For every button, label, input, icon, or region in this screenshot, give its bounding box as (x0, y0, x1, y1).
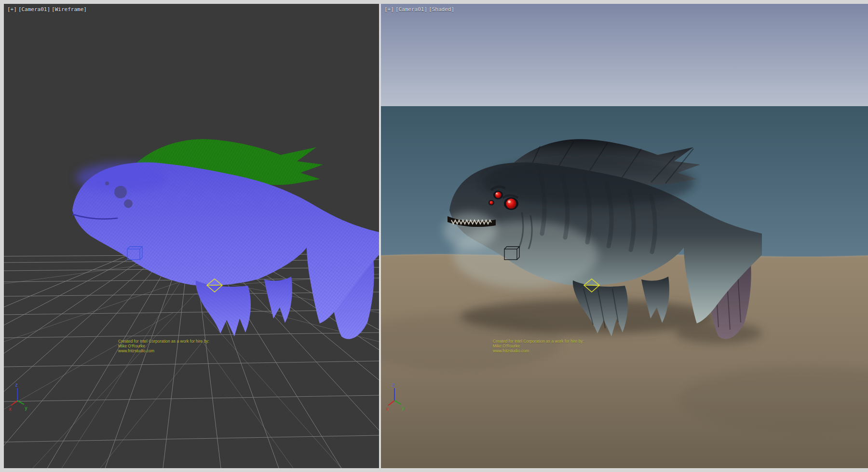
credit-line-3: www.fritzstudio.com (118, 348, 209, 353)
credit-line-2: Mike O'Rourke (118, 344, 209, 348)
viewport-menu-shading[interactable]: [Wireframe] (52, 6, 87, 13)
eye-spot (124, 199, 133, 208)
viewport-menu-plus[interactable]: [+] (7, 6, 17, 13)
viewport-label-left: [+] [Camera01] [Wireframe] (7, 6, 87, 13)
sky (381, 4, 868, 107)
viewport-menu-shading[interactable]: [Shaded] (429, 6, 454, 13)
viewport-wireframe[interactable]: [+] [Camera01] [Wireframe] (4, 4, 379, 468)
viewport-menu-plus[interactable]: [+] (384, 6, 394, 13)
world-axis-gizmo: z x y (9, 381, 30, 412)
viewport-menu-camera[interactable]: [Camera01] (18, 6, 50, 13)
fish-model-wireframe[interactable] (72, 139, 379, 339)
nostril-spot (105, 181, 109, 185)
credit-line-1: Created for Intel Corporation as a work … (493, 339, 584, 344)
credit-line-1: Created for Intel Corporation as a work … (118, 339, 209, 344)
wireframe-scene[interactable] (4, 4, 379, 468)
eye-spot (114, 186, 127, 198)
axis-y-label: y (25, 405, 27, 411)
viewport-label-right: [+] [Camera01] [Shaded] (384, 6, 454, 13)
axis-y-label: y (402, 405, 405, 411)
axis-x-label: x (9, 406, 12, 412)
viewport-shaded[interactable]: [+] [Camera01] [Shaded] (381, 4, 868, 468)
axis-z-label: z (392, 382, 395, 388)
world-axis-gizmo: z x y (386, 381, 407, 412)
shaded-scene[interactable] (381, 4, 868, 468)
viewport-menu-camera[interactable]: [Camera01] (395, 6, 427, 13)
credit-text: Created for Intel Corporation as a work … (493, 339, 584, 353)
credit-line-2: Mike O'Rourke (493, 344, 584, 348)
credit-line-3: www.fritzstudio.com (493, 348, 584, 353)
axis-x-label: x (386, 406, 389, 412)
credit-text: Created for Intel Corporation as a work … (118, 339, 209, 353)
axis-z-label: z (15, 382, 18, 388)
